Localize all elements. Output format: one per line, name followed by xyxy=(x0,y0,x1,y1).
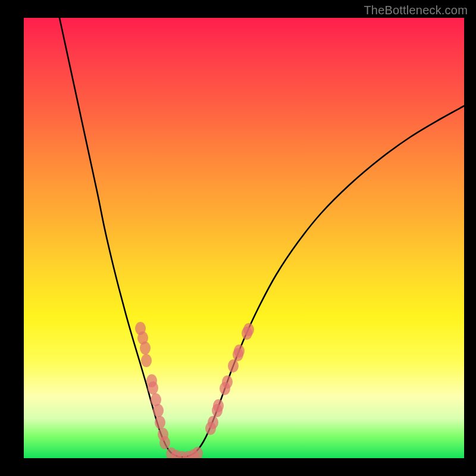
scatter-dots xyxy=(135,322,254,458)
scatter-dot xyxy=(222,375,233,389)
scatter-dot xyxy=(192,447,203,458)
watermark-text: TheBottleneck.com xyxy=(364,4,468,17)
scatter-dot xyxy=(155,416,165,429)
scatter-dot xyxy=(159,436,170,449)
scatter-dot xyxy=(141,354,152,367)
plot-area xyxy=(24,18,464,458)
scatter-dot xyxy=(140,342,151,355)
chart-svg xyxy=(24,18,464,458)
scatter-dot xyxy=(153,404,164,417)
scatter-dot xyxy=(228,359,239,372)
scatter-dot xyxy=(234,345,245,358)
bottleneck-curve-left xyxy=(60,18,180,457)
scatter-dot xyxy=(213,399,224,412)
scatter-dot xyxy=(148,381,158,394)
scatter-dot xyxy=(243,323,254,336)
chart-frame: TheBottleneck.com xyxy=(0,0,476,476)
scatter-dot xyxy=(208,416,218,429)
